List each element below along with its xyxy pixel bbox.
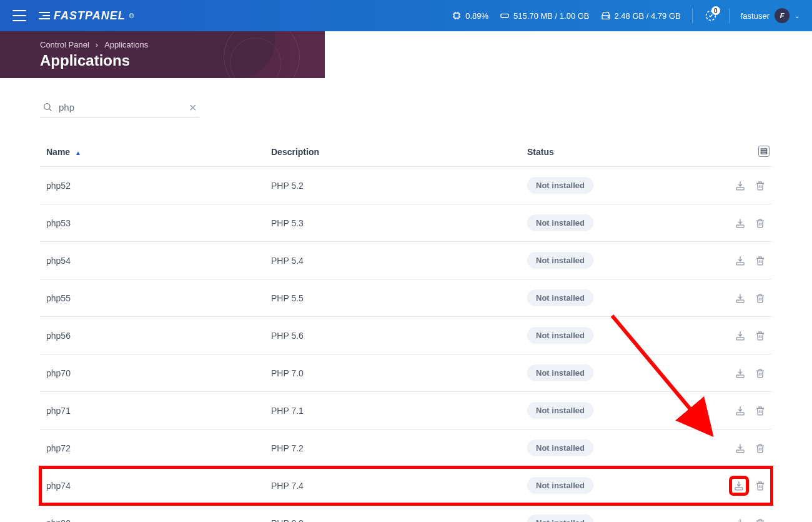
divider xyxy=(692,8,693,23)
app-name[interactable]: php55 xyxy=(40,279,265,317)
install-button[interactable] xyxy=(735,255,746,266)
applications-table: Name ▲ Description Status php52PHP 5.2No… xyxy=(40,137,772,522)
status-badge: Not installed xyxy=(527,214,593,231)
column-status[interactable]: Status xyxy=(521,137,721,167)
clear-search-button[interactable]: ✕ xyxy=(189,102,197,114)
delete-button[interactable] xyxy=(755,518,766,523)
status-badge: Not installed xyxy=(527,252,593,269)
disk-value: 2.48 GB / 4.79 GB xyxy=(615,11,681,21)
brand-logo[interactable]: FASTPANEL® xyxy=(39,9,134,23)
breadcrumb-root[interactable]: Control Panel xyxy=(40,40,89,49)
brand-text: FASTPANEL xyxy=(54,9,126,23)
svg-rect-7 xyxy=(761,151,766,152)
install-button[interactable] xyxy=(735,293,746,304)
app-name[interactable]: php54 xyxy=(40,242,265,279)
svg-rect-11 xyxy=(736,263,744,265)
ram-stat[interactable]: 515.70 MB / 1.00 GB xyxy=(500,11,589,21)
app-name[interactable]: php71 xyxy=(40,392,265,429)
app-description: PHP 7.4 xyxy=(265,467,521,504)
tasks-count: 0 xyxy=(711,6,720,15)
breadcrumb-current: Applications xyxy=(104,40,148,49)
topbar-stats: 0.89% 515.70 MB / 1.00 GB 2.48 GB / 4.79… xyxy=(452,8,800,23)
app-name[interactable]: php53 xyxy=(40,204,265,242)
cpu-icon xyxy=(452,11,462,21)
username: fastuser xyxy=(741,11,770,21)
breadcrumb: Control Panel › Applications xyxy=(40,40,275,49)
table-row: php53PHP 5.3Not installed xyxy=(40,204,772,242)
svg-rect-8 xyxy=(761,153,766,154)
delete-button[interactable] xyxy=(755,405,766,416)
app-status: Not installed xyxy=(521,167,721,204)
disk-icon xyxy=(601,11,611,21)
view-toggle-button[interactable] xyxy=(758,146,770,157)
status-badge: Not installed xyxy=(527,364,593,381)
svg-rect-14 xyxy=(736,375,744,378)
svg-rect-0 xyxy=(454,13,459,18)
ram-icon xyxy=(500,11,510,21)
cpu-stat[interactable]: 0.89% xyxy=(452,11,488,21)
install-button[interactable] xyxy=(735,405,746,416)
tasks-button[interactable]: 0 xyxy=(704,9,718,23)
app-description: PHP 5.2 xyxy=(265,167,521,204)
app-name[interactable]: php80 xyxy=(40,504,265,523)
ram-value: 515.70 MB / 1.00 GB xyxy=(513,11,589,21)
brand-reg: ® xyxy=(129,13,134,19)
table-row: php72PHP 7.2Not installed xyxy=(40,429,772,467)
delete-button[interactable] xyxy=(755,443,766,454)
delete-button[interactable] xyxy=(755,480,766,491)
delete-button[interactable] xyxy=(755,330,766,341)
cpu-value: 0.89% xyxy=(465,11,488,21)
table-row: php54PHP 5.4Not installed xyxy=(40,242,772,279)
content: ✕ Name ▲ Description Status php52PHP 5.2… xyxy=(0,78,812,522)
status-badge: Not installed xyxy=(527,477,593,494)
app-name[interactable]: php52 xyxy=(40,167,265,204)
svg-rect-10 xyxy=(736,225,744,228)
search-field: ✕ xyxy=(40,97,199,118)
app-name[interactable]: php72 xyxy=(40,429,265,467)
breadcrumb-sep: › xyxy=(96,40,98,49)
svg-rect-16 xyxy=(736,450,744,453)
divider xyxy=(729,8,730,23)
app-description: PHP 8.0 xyxy=(265,504,521,523)
svg-rect-13 xyxy=(736,338,744,340)
install-button[interactable] xyxy=(735,368,746,379)
install-button[interactable] xyxy=(735,330,746,341)
table-row: php74PHP 7.4Not installed xyxy=(40,467,772,504)
app-name[interactable]: php74 xyxy=(40,467,265,504)
install-button[interactable] xyxy=(732,479,746,493)
user-menu[interactable]: fastuser F ⌄ xyxy=(741,8,800,23)
delete-button[interactable] xyxy=(755,218,766,229)
app-status: Not installed xyxy=(521,279,721,317)
app-name[interactable]: php70 xyxy=(40,354,265,392)
install-button[interactable] xyxy=(735,180,746,191)
page-title: Applications xyxy=(40,52,275,69)
svg-rect-9 xyxy=(736,188,744,190)
app-name[interactable]: php56 xyxy=(40,317,265,354)
svg-point-3 xyxy=(608,17,608,18)
sort-asc-icon: ▲ xyxy=(75,149,81,156)
status-badge: Not installed xyxy=(527,439,593,456)
delete-button[interactable] xyxy=(755,293,766,304)
search-input[interactable] xyxy=(40,97,199,118)
menu-toggle-button[interactable] xyxy=(12,10,26,21)
install-button[interactable] xyxy=(735,518,746,523)
delete-button[interactable] xyxy=(755,180,766,191)
install-button[interactable] xyxy=(735,218,746,229)
status-badge: Not installed xyxy=(527,177,593,194)
app-description: PHP 5.6 xyxy=(265,317,521,354)
app-description: PHP 5.4 xyxy=(265,242,521,279)
app-status: Not installed xyxy=(521,467,721,504)
app-description: PHP 7.1 xyxy=(265,392,521,429)
status-badge: Not installed xyxy=(527,289,593,306)
delete-button[interactable] xyxy=(755,255,766,266)
table-row: php56PHP 5.6Not installed xyxy=(40,317,772,354)
table-row: php52PHP 5.2Not installed xyxy=(40,167,772,204)
delete-button[interactable] xyxy=(755,368,766,379)
column-name[interactable]: Name ▲ xyxy=(40,137,265,167)
disk-stat[interactable]: 2.48 GB / 4.79 GB xyxy=(601,11,681,21)
column-description[interactable]: Description xyxy=(265,137,521,167)
svg-rect-6 xyxy=(761,149,766,150)
install-button[interactable] xyxy=(735,443,746,454)
app-description: PHP 7.0 xyxy=(265,354,521,392)
table-row: php71PHP 7.1Not installed xyxy=(40,392,772,429)
